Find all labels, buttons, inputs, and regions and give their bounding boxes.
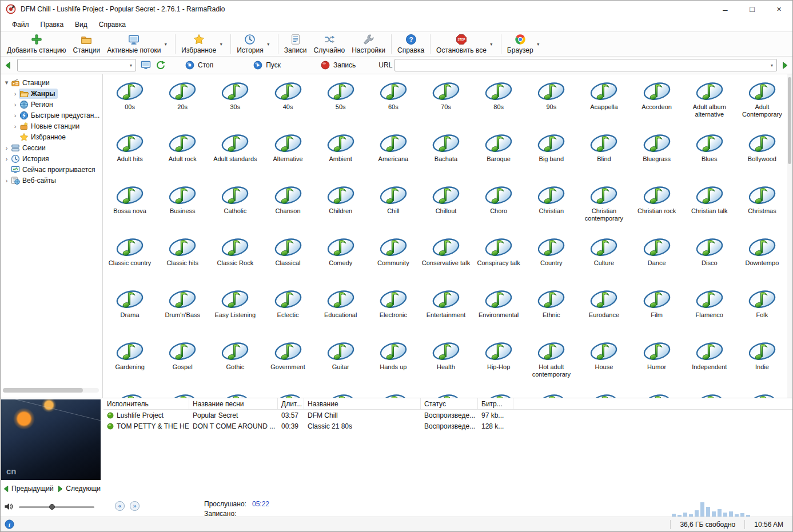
volume-slider[interactable] [19, 503, 94, 511]
toolbar-button-browser[interactable]: Браузер▾ [504, 33, 545, 55]
genre-item[interactable]: Community [367, 232, 420, 284]
toolbar-button-stations[interactable]: Станции [70, 33, 104, 55]
toolbar-button-history[interactable]: История▾ [233, 33, 276, 55]
genre-item[interactable]: Easy Listening [209, 284, 261, 336]
url-input[interactable] [395, 59, 767, 71]
genre-item[interactable]: Culture [577, 232, 630, 284]
genre-item[interactable]: Eurodance [577, 284, 630, 336]
genre-item[interactable]: Christian talk [683, 180, 736, 232]
genre-item[interactable]: Flamenco [683, 284, 736, 336]
genre-item[interactable] [631, 388, 683, 398]
genre-item[interactable]: 00s [103, 76, 156, 128]
genre-item[interactable] [367, 388, 420, 398]
genre-item[interactable]: Children [314, 180, 367, 232]
genre-item[interactable]: Hands up [367, 336, 420, 388]
speaker-icon[interactable] [4, 502, 14, 511]
genre-item[interactable]: 80s [472, 76, 525, 128]
genre-item[interactable]: 90s [525, 76, 577, 128]
genre-item[interactable]: Classic hits [156, 232, 209, 284]
genre-item[interactable]: Guitar [314, 336, 367, 388]
genre-item[interactable]: Alternative [261, 128, 314, 180]
volume-thumb[interactable] [49, 504, 55, 510]
genre-item[interactable]: Entertainment [420, 284, 472, 336]
genre-item[interactable]: Drum'n'Bass [156, 284, 209, 336]
genre-item[interactable]: Bollywood [736, 128, 788, 180]
tree-item-genres-folder[interactable]: ›Жанры [1, 88, 102, 99]
tracklist-column-3[interactable]: Название [304, 398, 421, 409]
genre-item[interactable]: Christian rock [631, 180, 683, 232]
menu-item-file[interactable]: Файл [6, 19, 35, 30]
previous-station-button[interactable]: Предыдущий [2, 485, 54, 493]
track-row[interactable]: TOM PETTY & THE HE...DON T COME AROUND .… [103, 421, 792, 431]
genre-item[interactable]: Environmental [472, 284, 525, 336]
genre-item[interactable]: Government [261, 336, 314, 388]
tree-expander-icon[interactable]: ▾ [3, 79, 10, 86]
genre-item[interactable]: Ambient [314, 128, 367, 180]
genre-item[interactable]: House [577, 336, 630, 388]
play-button[interactable]: Пуск [250, 59, 284, 71]
genre-item[interactable]: 70s [420, 76, 472, 128]
refresh-icon[interactable] [156, 60, 166, 70]
genre-item[interactable]: Christian contemporary [577, 180, 630, 232]
tracklist-column-0[interactable]: Исполнитель [103, 398, 189, 409]
toolbar-button-stop-all[interactable]: STOPОстановить все▾ [433, 33, 499, 55]
genre-item[interactable]: Gothic [209, 336, 261, 388]
genre-item[interactable]: Humor [631, 336, 683, 388]
genre-item[interactable]: Comedy [314, 232, 367, 284]
genre-item[interactable] [577, 388, 630, 398]
genre-item[interactable]: Country [525, 232, 577, 284]
tree-expander-icon[interactable]: › [3, 145, 10, 151]
track-row[interactable]: Lushlife ProjectPopular Secret03:57DFM C… [103, 410, 792, 421]
toolbar-dropdown-icon[interactable]: ▾ [488, 42, 495, 47]
genre-item[interactable]: Bachata [420, 128, 472, 180]
tree-horizontal-scrollbar[interactable] [3, 388, 99, 393]
genre-item[interactable] [683, 388, 736, 398]
genre-item[interactable]: Independent [683, 336, 736, 388]
url-combo[interactable]: ▾ [394, 59, 777, 71]
tree-item-new-stations[interactable]: ›Новые станции [1, 121, 102, 131]
tracklist-column-4[interactable]: Статус [421, 398, 478, 409]
genre-item[interactable]: Classic country [103, 232, 156, 284]
genre-item[interactable]: Film [631, 284, 683, 336]
tree-item-stations-node[interactable]: ▾Станции [1, 77, 102, 88]
url-dropdown-icon[interactable]: ▾ [767, 63, 776, 68]
genre-item[interactable]: Health [420, 336, 472, 388]
menu-item-view[interactable]: Вид [69, 19, 93, 30]
tracklist-column-1[interactable]: Название песни [189, 398, 278, 409]
tree-item-sessions[interactable]: ›Сессии [1, 142, 102, 153]
info-icon[interactable]: i [5, 519, 14, 529]
tree-item-presets[interactable]: ›Быстрые предустан... [1, 110, 102, 121]
genre-item[interactable]: Dance [631, 232, 683, 284]
genre-item[interactable]: Acappella [577, 76, 630, 128]
station-search-combo[interactable]: ▾ [17, 59, 136, 71]
genre-item[interactable]: Indie [736, 336, 788, 388]
tree-expander-icon[interactable]: › [11, 101, 19, 108]
genre-item[interactable]: Gospel [156, 336, 209, 388]
genre-item[interactable] [525, 388, 577, 398]
close-button[interactable]: × [766, 1, 792, 18]
tree-item-region-globe[interactable]: ›Регион [1, 99, 102, 110]
nav-go-icon[interactable] [780, 61, 789, 70]
genre-item[interactable]: Chanson [261, 180, 314, 232]
genre-item[interactable]: Downtempo [736, 232, 788, 284]
genre-item[interactable]: Adult standards [209, 128, 261, 180]
genre-item[interactable] [472, 388, 525, 398]
toolbar-button-help[interactable]: ?Справка [394, 33, 428, 55]
genre-item[interactable]: Choro [472, 180, 525, 232]
search-dropdown-icon[interactable]: ▾ [126, 63, 136, 68]
toolbar-dropdown-icon[interactable]: ▾ [217, 42, 225, 47]
minimize-button[interactable]: – [712, 1, 739, 18]
genre-item[interactable] [261, 388, 314, 398]
genre-item[interactable]: Accordeon [631, 76, 683, 128]
tree-scrollbar-thumb[interactable] [3, 388, 83, 393]
genre-item[interactable] [736, 388, 788, 398]
toolbar-dropdown-icon[interactable]: ▾ [162, 42, 169, 47]
genre-item[interactable]: Adult rock [156, 128, 209, 180]
genre-item[interactable]: Ethnic [525, 284, 577, 336]
tree-item-favorites-star[interactable]: Избранное [1, 131, 102, 142]
genre-item[interactable]: Hot adult contemporary [525, 336, 577, 388]
toolbar-dropdown-icon[interactable]: ▾ [265, 42, 272, 47]
genre-item[interactable]: Adult hits [103, 128, 156, 180]
genre-item[interactable]: Chill [367, 180, 420, 232]
genre-item[interactable]: Catholic [209, 180, 261, 232]
